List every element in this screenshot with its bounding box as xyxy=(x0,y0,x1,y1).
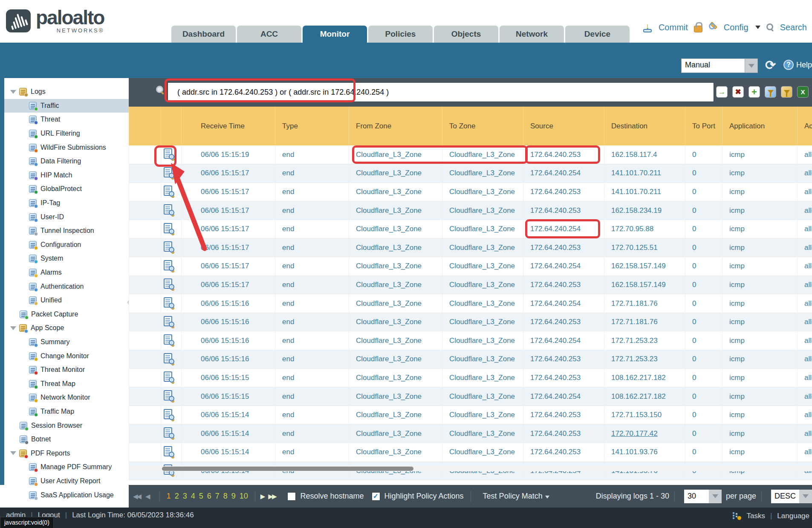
to-zone-cell[interactable]: Cloudflare_L3_Zone xyxy=(442,220,523,238)
to-zone-cell[interactable]: Cloudflare_L3_Zone xyxy=(442,350,523,369)
sort-order-dropdown-button[interactable] xyxy=(799,490,812,503)
horizontal-scrollbar[interactable] xyxy=(129,466,812,471)
tab-device[interactable]: Device xyxy=(565,26,630,43)
save-filter-icon[interactable] xyxy=(765,86,776,98)
source-cell[interactable]: 172.64.240.253 xyxy=(523,406,604,424)
sidebar-item-url-filtering[interactable]: URL Filtering xyxy=(4,127,129,141)
config-lock-icon[interactable] xyxy=(694,26,702,32)
source-cell[interactable]: 172.64.240.253 xyxy=(523,201,604,220)
first-page-button[interactable]: ◀◀ xyxy=(133,493,140,500)
to-zone-cell[interactable]: Cloudflare_L3_Zone xyxy=(442,424,523,443)
destination-cell[interactable]: 172.71.253.23 xyxy=(604,331,685,350)
per-page-dropdown-button[interactable] xyxy=(709,490,722,503)
log-detail-icon[interactable] xyxy=(164,148,172,159)
from-zone-cell[interactable]: Cloudflare_L3_Zone xyxy=(349,406,442,424)
auto-refresh-value[interactable]: Manual xyxy=(681,58,745,73)
source-cell[interactable]: 172.64.240.253 xyxy=(523,368,604,387)
to-zone-cell[interactable]: Cloudflare_L3_Zone xyxy=(442,331,523,350)
help-icon[interactable]: ? xyxy=(783,60,794,70)
help-label[interactable]: Help xyxy=(796,61,812,70)
from-zone-cell[interactable]: Cloudflare_L3_Zone xyxy=(349,424,442,443)
resolve-hostname-label[interactable]: Resolve hostname xyxy=(300,492,364,501)
column-header-action[interactable]: Action xyxy=(798,107,812,145)
source-cell[interactable]: 172.64.240.253 xyxy=(523,276,604,294)
destination-cell[interactable]: 108.162.217.182 xyxy=(604,368,685,387)
source-cell[interactable]: 172.64.240.253 xyxy=(523,443,604,462)
refresh-icon[interactable]: ⟳ xyxy=(765,60,777,72)
column-header-from-zone[interactable]: From Zone xyxy=(349,107,442,145)
to-zone-cell[interactable]: Cloudflare_L3_Zone xyxy=(442,183,523,201)
sidebar-item-alarms[interactable]: Alarms xyxy=(4,266,129,280)
from-zone-cell[interactable]: Cloudflare_L3_Zone xyxy=(349,443,442,462)
horizontal-scrollbar-thumb[interactable] xyxy=(162,467,413,471)
page-number-9[interactable]: 9 xyxy=(231,492,236,501)
sidebar-item-threat[interactable]: Threat xyxy=(4,113,129,127)
resolve-hostname-checkbox[interactable] xyxy=(287,492,296,501)
from-zone-cell[interactable]: Cloudflare_L3_Zone xyxy=(349,164,442,183)
destination-cell[interactable]: 172.70.95.88 xyxy=(604,220,685,238)
from-zone-cell[interactable]: Cloudflare_L3_Zone xyxy=(349,368,442,387)
sort-order-value[interactable]: DESC xyxy=(771,490,799,503)
sidebar-item-change-monitor[interactable]: Change Monitor xyxy=(4,349,129,363)
highlight-policy-actions-label[interactable]: Highlight Policy Actions xyxy=(384,492,464,501)
page-number-4[interactable]: 4 xyxy=(191,492,195,501)
load-filter-icon[interactable] xyxy=(781,86,792,98)
log-detail-icon[interactable] xyxy=(164,334,172,345)
sidebar-item-pdf-reports[interactable]: PDF Reports xyxy=(4,446,129,460)
destination-cell[interactable]: 162.158.234.19 xyxy=(604,201,685,220)
source-cell[interactable]: 172.64.240.254 xyxy=(523,220,604,238)
to-zone-cell[interactable]: Cloudflare_L3_Zone xyxy=(442,276,523,294)
page-number-6[interactable]: 6 xyxy=(207,492,211,501)
highlight-policy-actions-checkbox[interactable]: ✓ xyxy=(372,492,380,501)
log-detail-icon[interactable] xyxy=(164,371,172,382)
source-cell[interactable]: 172.64.240.253 xyxy=(523,145,604,164)
destination-cell[interactable]: 141.101.93.76 xyxy=(604,443,685,462)
log-detail-icon[interactable] xyxy=(164,167,172,177)
destination-link[interactable]: 172.70.177.42 xyxy=(611,429,658,438)
auto-refresh-select[interactable]: Manual xyxy=(681,58,758,73)
page-number-1[interactable]: 1 xyxy=(167,492,171,501)
from-zone-cell[interactable]: Cloudflare_L3_Zone xyxy=(349,238,442,257)
source-cell[interactable]: 172.64.240.253 xyxy=(523,183,604,201)
config-dropdown-caret[interactable] xyxy=(755,26,760,29)
to-zone-cell[interactable]: Cloudflare_L3_Zone xyxy=(442,201,523,220)
config-link[interactable]: Config xyxy=(724,23,748,32)
test-policy-match-button[interactable]: Test Policy Match xyxy=(483,492,549,501)
destination-cell[interactable]: 162.158.157.149 xyxy=(604,257,685,276)
destination-cell[interactable]: 172.70.177.42 xyxy=(604,424,685,443)
export-csv-icon[interactable]: X xyxy=(797,86,809,98)
per-page-value[interactable]: 30 xyxy=(684,490,709,503)
to-zone-cell[interactable]: Cloudflare_L3_Zone xyxy=(442,257,523,276)
page-number-2[interactable]: 2 xyxy=(175,492,179,501)
destination-cell[interactable]: 172.70.125.51 xyxy=(604,238,685,257)
sidebar-item-summary[interactable]: Summary xyxy=(4,335,129,349)
sidebar-item-data-filtering[interactable]: Data Filtering xyxy=(4,154,129,168)
log-detail-icon[interactable] xyxy=(164,353,172,363)
column-header-to-zone[interactable]: To Zone xyxy=(442,107,523,145)
log-detail-icon[interactable] xyxy=(164,390,172,400)
page-number-5[interactable]: 5 xyxy=(199,492,203,501)
tab-monitor[interactable]: Monitor xyxy=(303,26,367,43)
from-zone-cell[interactable]: Cloudflare_L3_Zone xyxy=(349,331,442,350)
destination-cell[interactable]: 172.71.181.76 xyxy=(604,294,685,313)
sidebar-item-user-id[interactable]: User-ID xyxy=(4,210,129,224)
prev-page-button[interactable]: ◀ xyxy=(145,493,149,500)
from-zone-cell[interactable]: Cloudflare_L3_Zone xyxy=(349,257,442,276)
sidebar-item-hip-match[interactable]: HIP Match xyxy=(4,168,129,183)
tab-objects[interactable]: Objects xyxy=(434,26,498,43)
to-zone-cell[interactable]: Cloudflare_L3_Zone xyxy=(442,145,523,164)
column-header-receive-time[interactable]: Receive Time xyxy=(182,107,275,145)
log-detail-icon[interactable] xyxy=(164,241,172,252)
sidebar-item-unified[interactable]: Unified xyxy=(4,293,129,308)
sidebar-item-globalprotect[interactable]: GlobalProtect xyxy=(4,182,129,196)
sidebar-item-logs[interactable]: Logs xyxy=(4,85,129,99)
column-header-destination[interactable]: Destination xyxy=(604,107,685,145)
last-page-button[interactable]: ▶▶ xyxy=(268,493,275,500)
commit-icon[interactable]: ↓ xyxy=(642,22,653,32)
sidebar-item-authentication[interactable]: Authentication xyxy=(4,279,129,293)
tasks-icon[interactable] xyxy=(733,512,741,520)
sort-order-select[interactable]: DESC xyxy=(771,490,812,503)
auto-refresh-dropdown-button[interactable] xyxy=(745,58,758,73)
sidebar-item-network-monitor[interactable]: Network Monitor xyxy=(4,391,129,405)
sidebar-item-wildfire-submissions[interactable]: WildFire Submissions xyxy=(4,140,129,154)
